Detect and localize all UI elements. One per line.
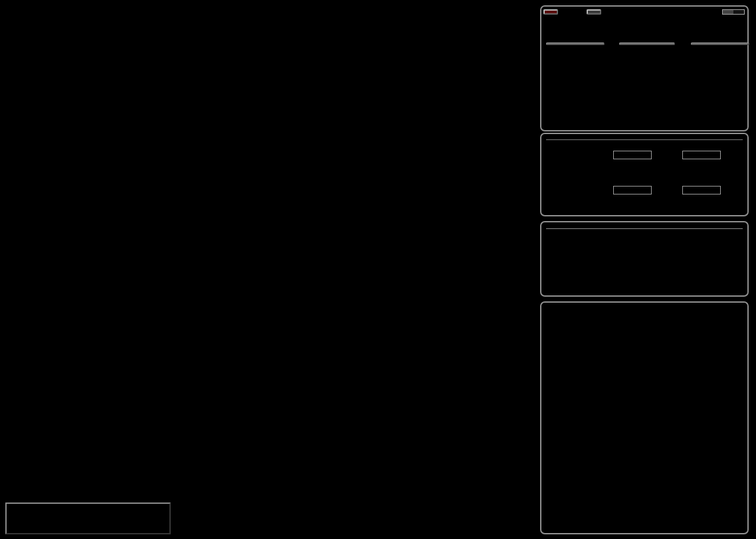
strike-trend-chart — [541, 359, 747, 533]
noise-mode-button[interactable] — [587, 9, 601, 15]
bearing-range-display — [722, 9, 745, 15]
status-panel — [540, 221, 749, 297]
noises-per-min-label — [691, 42, 749, 45]
close-per-min-label — [619, 42, 675, 45]
type-distribution-panel — [540, 133, 749, 216]
strike-mode-button[interactable] — [543, 9, 558, 15]
cg-neg-bar — [682, 151, 721, 159]
trend-panel — [540, 301, 749, 534]
range-value — [733, 10, 744, 14]
ic-pos-bar — [613, 186, 652, 194]
current-datetime — [546, 226, 743, 229]
distribution-title — [546, 137, 743, 140]
strikes-per-min-label — [546, 42, 605, 45]
lightning-map[interactable] — [0, 0, 538, 539]
cg-pos-bar — [613, 151, 652, 159]
bearing-value — [723, 10, 733, 14]
strike-counter-panel — [540, 5, 749, 131]
map-symbol-legend — [5, 502, 171, 534]
ic-neg-bar — [682, 186, 721, 194]
